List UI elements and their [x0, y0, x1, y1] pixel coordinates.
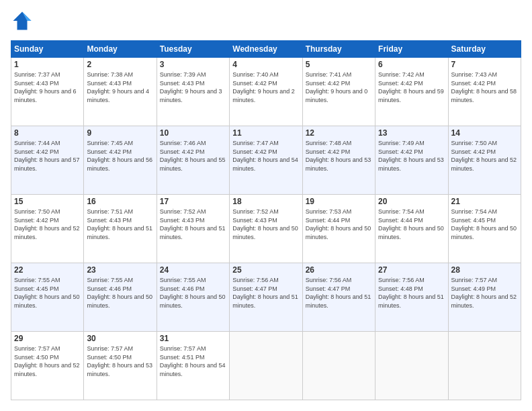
day-info: Sunrise: 7:37 AMSunset: 4:43 PMDaylight:…	[14, 71, 81, 104]
calendar-cell: 3Sunrise: 7:39 AMSunset: 4:43 PMDaylight…	[157, 58, 229, 126]
day-info: Sunrise: 7:52 AMSunset: 4:43 PMDaylight:…	[232, 208, 299, 241]
day-number: 16	[87, 197, 153, 206]
day-number: 2	[87, 60, 153, 69]
day-number: 23	[87, 265, 153, 275]
day-info: Sunrise: 7:46 AMSunset: 4:42 PMDaylight:…	[160, 139, 226, 173]
weekday-header: Friday	[375, 41, 448, 58]
day-info: Sunrise: 7:57 AMSunset: 4:50 PMDaylight:…	[87, 345, 153, 378]
day-number: 29	[14, 334, 81, 343]
logo	[11, 11, 35, 34]
day-info: Sunrise: 7:53 AMSunset: 4:44 PMDaylight:…	[306, 208, 372, 241]
day-info: Sunrise: 7:55 AMSunset: 4:46 PMDaylight:…	[160, 276, 226, 310]
day-number: 22	[14, 265, 81, 275]
calendar-cell: 5Sunrise: 7:41 AMSunset: 4:42 PMDaylight…	[302, 58, 375, 126]
day-number: 17	[160, 197, 226, 206]
calendar-cell: 1Sunrise: 7:37 AMSunset: 4:43 PMDaylight…	[11, 58, 84, 126]
calendar-cell: 18Sunrise: 7:52 AMSunset: 4:43 PMDayligh…	[230, 195, 302, 263]
calendar-cell: 23Sunrise: 7:55 AMSunset: 4:46 PMDayligh…	[84, 263, 157, 332]
day-info: Sunrise: 7:54 AMSunset: 4:44 PMDaylight:…	[378, 208, 445, 241]
logo-icon	[12, 11, 32, 31]
day-info: Sunrise: 7:50 AMSunset: 4:42 PMDaylight:…	[14, 208, 81, 241]
day-number: 25	[232, 265, 299, 275]
day-info: Sunrise: 7:56 AMSunset: 4:47 PMDaylight:…	[306, 276, 372, 310]
day-info: Sunrise: 7:52 AMSunset: 4:43 PMDaylight:…	[160, 208, 226, 241]
day-info: Sunrise: 7:47 AMSunset: 4:42 PMDaylight:…	[232, 139, 299, 173]
day-info: Sunrise: 7:57 AMSunset: 4:49 PMDaylight:…	[451, 276, 518, 310]
calendar-cell: 8Sunrise: 7:44 AMSunset: 4:42 PMDaylight…	[11, 126, 84, 195]
calendar-cell: 4Sunrise: 7:40 AMSunset: 4:42 PMDaylight…	[230, 58, 302, 126]
day-info: Sunrise: 7:55 AMSunset: 4:45 PMDaylight:…	[14, 276, 81, 310]
day-info: Sunrise: 7:51 AMSunset: 4:43 PMDaylight:…	[87, 208, 153, 241]
weekday-header: Tuesday	[157, 41, 229, 58]
day-number: 18	[232, 197, 299, 206]
day-number: 1	[14, 60, 81, 69]
day-number: 12	[306, 128, 372, 138]
calendar-cell	[448, 332, 521, 400]
day-info: Sunrise: 7:42 AMSunset: 4:42 PMDaylight:…	[378, 71, 445, 104]
weekday-header: Wednesday	[230, 41, 302, 58]
day-info: Sunrise: 7:57 AMSunset: 4:50 PMDaylight:…	[14, 345, 81, 378]
calendar-cell: 15Sunrise: 7:50 AMSunset: 4:42 PMDayligh…	[11, 195, 84, 263]
day-info: Sunrise: 7:45 AMSunset: 4:42 PMDaylight:…	[87, 139, 153, 173]
calendar-cell: 31Sunrise: 7:57 AMSunset: 4:51 PMDayligh…	[157, 332, 229, 400]
calendar-cell: 2Sunrise: 7:38 AMSunset: 4:43 PMDaylight…	[84, 58, 157, 126]
calendar-cell	[302, 332, 375, 400]
day-info: Sunrise: 7:50 AMSunset: 4:42 PMDaylight:…	[451, 139, 518, 173]
weekday-header: Thursday	[302, 41, 375, 58]
day-number: 19	[306, 197, 372, 206]
calendar-cell: 17Sunrise: 7:52 AMSunset: 4:43 PMDayligh…	[157, 195, 229, 263]
calendar-cell: 7Sunrise: 7:43 AMSunset: 4:42 PMDaylight…	[448, 58, 521, 126]
day-number: 28	[451, 265, 518, 275]
day-info: Sunrise: 7:49 AMSunset: 4:42 PMDaylight:…	[378, 139, 445, 173]
day-number: 30	[87, 334, 153, 343]
day-number: 14	[451, 128, 518, 138]
calendar-cell: 24Sunrise: 7:55 AMSunset: 4:46 PMDayligh…	[157, 263, 229, 332]
day-info: Sunrise: 7:40 AMSunset: 4:42 PMDaylight:…	[232, 71, 299, 104]
day-number: 27	[378, 265, 445, 275]
day-number: 10	[160, 128, 226, 138]
weekday-header: Saturday	[448, 41, 521, 58]
calendar-cell: 16Sunrise: 7:51 AMSunset: 4:43 PMDayligh…	[84, 195, 157, 263]
calendar-cell: 19Sunrise: 7:53 AMSunset: 4:44 PMDayligh…	[302, 195, 375, 263]
day-info: Sunrise: 7:57 AMSunset: 4:51 PMDaylight:…	[160, 345, 226, 378]
day-info: Sunrise: 7:56 AMSunset: 4:47 PMDaylight:…	[232, 276, 299, 310]
day-info: Sunrise: 7:39 AMSunset: 4:43 PMDaylight:…	[160, 71, 226, 104]
day-number: 11	[232, 128, 299, 138]
day-info: Sunrise: 7:56 AMSunset: 4:48 PMDaylight:…	[378, 276, 445, 310]
calendar-cell: 12Sunrise: 7:48 AMSunset: 4:42 PMDayligh…	[302, 126, 375, 195]
calendar: SundayMondayTuesdayWednesdayThursdayFrid…	[11, 40, 521, 400]
day-info: Sunrise: 7:54 AMSunset: 4:45 PMDaylight:…	[451, 208, 518, 241]
calendar-cell: 9Sunrise: 7:45 AMSunset: 4:42 PMDaylight…	[84, 126, 157, 195]
day-number: 9	[87, 128, 153, 138]
day-number: 24	[160, 265, 226, 275]
page: SundayMondayTuesdayWednesdayThursdayFrid…	[0, 0, 532, 411]
day-number: 6	[378, 60, 445, 69]
weekday-header: Sunday	[11, 41, 84, 58]
calendar-cell: 28Sunrise: 7:57 AMSunset: 4:49 PMDayligh…	[448, 263, 521, 332]
day-number: 4	[232, 60, 299, 69]
calendar-cell: 22Sunrise: 7:55 AMSunset: 4:45 PMDayligh…	[11, 263, 84, 332]
calendar-cell: 11Sunrise: 7:47 AMSunset: 4:42 PMDayligh…	[230, 126, 302, 195]
day-number: 13	[378, 128, 445, 138]
calendar-cell: 21Sunrise: 7:54 AMSunset: 4:45 PMDayligh…	[448, 195, 521, 263]
header	[11, 11, 521, 34]
calendar-cell	[375, 332, 448, 400]
day-number: 5	[306, 60, 372, 69]
day-number: 20	[378, 197, 445, 206]
day-number: 8	[14, 128, 81, 138]
day-number: 3	[160, 60, 226, 69]
calendar-cell: 30Sunrise: 7:57 AMSunset: 4:50 PMDayligh…	[84, 332, 157, 400]
day-number: 31	[160, 334, 226, 343]
day-info: Sunrise: 7:43 AMSunset: 4:42 PMDaylight:…	[451, 71, 518, 104]
day-info: Sunrise: 7:55 AMSunset: 4:46 PMDaylight:…	[87, 276, 153, 310]
day-number: 7	[451, 60, 518, 69]
calendar-cell: 14Sunrise: 7:50 AMSunset: 4:42 PMDayligh…	[448, 126, 521, 195]
calendar-cell: 26Sunrise: 7:56 AMSunset: 4:47 PMDayligh…	[302, 263, 375, 332]
day-info: Sunrise: 7:48 AMSunset: 4:42 PMDaylight:…	[306, 139, 372, 173]
calendar-cell: 29Sunrise: 7:57 AMSunset: 4:50 PMDayligh…	[11, 332, 84, 400]
calendar-cell: 6Sunrise: 7:42 AMSunset: 4:42 PMDaylight…	[375, 58, 448, 126]
calendar-cell	[230, 332, 302, 400]
calendar-cell: 13Sunrise: 7:49 AMSunset: 4:42 PMDayligh…	[375, 126, 448, 195]
calendar-cell: 10Sunrise: 7:46 AMSunset: 4:42 PMDayligh…	[157, 126, 229, 195]
day-number: 26	[306, 265, 372, 275]
